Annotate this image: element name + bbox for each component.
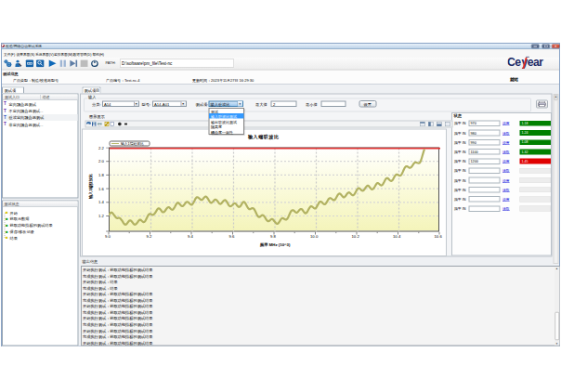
svg-text:Ce: Ce	[508, 57, 522, 70]
